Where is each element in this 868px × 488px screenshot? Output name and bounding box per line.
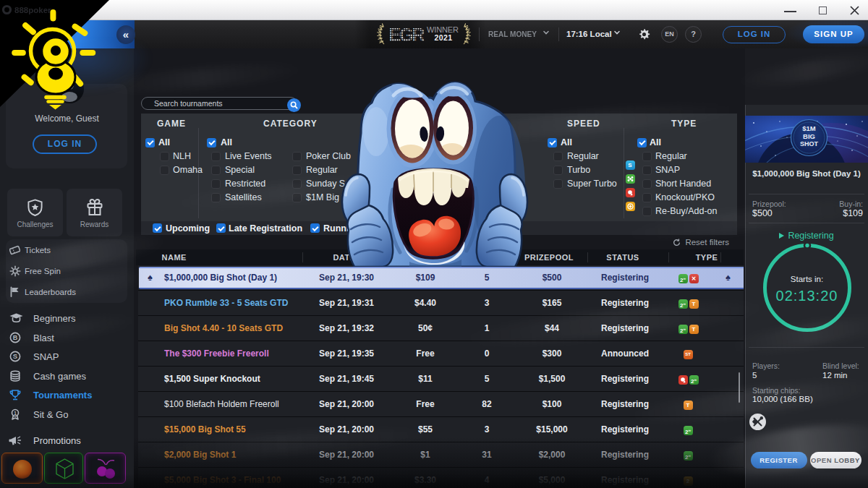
- svg-text:SHOT: SHOT: [800, 140, 819, 147]
- svg-text:$1M: $1M: [802, 124, 816, 132]
- svg-text:888poker: 888poker: [14, 6, 51, 14]
- svg-text:WINNER: WINNER: [427, 25, 459, 34]
- svg-text:BIG: BIG: [803, 132, 815, 140]
- svg-text:2021: 2021: [435, 33, 454, 42]
- svg-text:B: B: [13, 334, 18, 341]
- svg-text:S: S: [13, 352, 17, 360]
- svg-text:EGR: EGR: [389, 25, 425, 45]
- svg-text:1: 1: [14, 410, 17, 415]
